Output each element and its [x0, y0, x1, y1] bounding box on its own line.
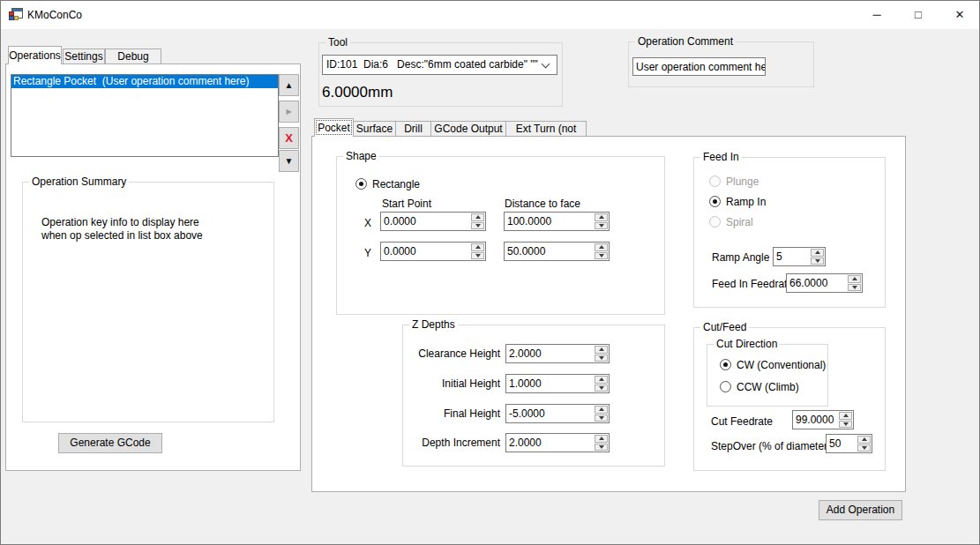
final-height-spinner[interactable] — [505, 404, 610, 423]
spin-down-button[interactable] — [595, 444, 608, 452]
down-arrow-icon — [599, 445, 604, 449]
spin-up-button[interactable] — [595, 243, 608, 251]
spin-down-button[interactable] — [811, 258, 824, 265]
up-arrow-icon — [599, 245, 604, 249]
stepover-input[interactable] — [827, 435, 857, 452]
y-row-label: Y — [364, 247, 371, 259]
rectangle-radio[interactable] — [355, 178, 367, 190]
spin-down-button[interactable] — [839, 421, 852, 429]
feed-in-feedrate-input[interactable] — [787, 274, 847, 292]
spin-up-button[interactable] — [595, 376, 608, 384]
cut-feedrate-spinner[interactable] — [792, 410, 854, 429]
spin-up-button[interactable] — [595, 346, 608, 354]
move-up-button[interactable]: ▲ — [279, 74, 299, 96]
initial-height-input[interactable] — [506, 375, 594, 392]
chevron-down-icon — [542, 60, 550, 69]
app-icon-gold-square — [14, 16, 19, 20]
y-start-input[interactable] — [381, 243, 470, 260]
clearance-height-input[interactable] — [506, 345, 594, 362]
spin-down-button[interactable] — [595, 414, 608, 422]
spin-down-button[interactable] — [857, 444, 871, 452]
spin-up-button[interactable] — [848, 275, 861, 283]
clearance-height-spinner[interactable] — [505, 344, 610, 363]
tab-debug-output[interactable]: Debug output — [105, 49, 161, 64]
final-height-input[interactable] — [506, 405, 594, 422]
tab-operations[interactable]: Operations — [8, 46, 62, 64]
list-item[interactable]: Rectangle Pocket (User operation comment… — [11, 75, 278, 88]
maximize-icon[interactable]: □ — [898, 1, 939, 29]
y-distance-input[interactable] — [505, 243, 594, 260]
x-distance-spinner[interactable] — [504, 212, 610, 231]
ramp-angle-label: Ramp Angle — [712, 251, 769, 264]
x-start-spinner[interactable] — [380, 212, 486, 231]
tab-pocket[interactable]: Pocket — [314, 118, 354, 137]
ramp-in-radio[interactable] — [709, 196, 721, 207]
spin-up-button[interactable] — [595, 406, 608, 414]
depth-increment-input[interactable] — [506, 434, 594, 452]
stepover-spinner[interactable] — [826, 434, 872, 453]
spin-up-button[interactable] — [595, 435, 608, 443]
tool-diameter-label: 6.0000mm — [322, 84, 393, 101]
spinner-buttons — [810, 248, 825, 265]
title-bar: KMoConCo ─ □ ✕ — [1, 1, 979, 29]
initial-height-spinner[interactable] — [505, 374, 610, 393]
spin-up-button[interactable] — [471, 243, 484, 251]
tab-drill[interactable]: Drill — [395, 121, 431, 137]
depth-increment-spinner[interactable] — [505, 433, 610, 452]
y-distance-spinner[interactable] — [504, 242, 610, 261]
x-distance-input[interactable] — [505, 213, 594, 230]
add-operation-button[interactable]: Add Operation — [819, 500, 902, 520]
move-down-button[interactable]: ▼ — [279, 150, 299, 172]
spin-up-button[interactable] — [839, 412, 852, 420]
operation-comment-input[interactable] — [633, 58, 765, 75]
spin-up-button[interactable] — [595, 213, 608, 221]
depth-increment-label: Depth Increment — [407, 437, 500, 449]
tab-gcode-output[interactable]: GCode Output — [430, 121, 506, 137]
feed-in-feedrate-spinner[interactable] — [786, 273, 863, 293]
down-arrow-icon — [862, 446, 867, 450]
spin-down-button[interactable] — [595, 222, 608, 230]
spiral-radio[interactable] — [709, 216, 721, 228]
tab-settings[interactable]: Settings — [63, 49, 105, 64]
ccw-climb-label: CCW (Climb) — [737, 381, 799, 393]
ccw-climb-radio[interactable] — [720, 381, 731, 392]
operations-listbox[interactable]: Rectangle Pocket (User operation comment… — [11, 74, 279, 157]
up-arrow-icon: ▲ — [285, 80, 294, 90]
cut-feedrate-input[interactable] — [793, 411, 838, 429]
spin-down-button[interactable] — [595, 384, 608, 392]
forward-button[interactable]: ▶ — [279, 101, 299, 123]
tool-select-combobox[interactable]: ID:101 Dia:6 Desc:"6mm coated carbide" "… — [322, 55, 557, 75]
spin-down-button[interactable] — [595, 355, 608, 362]
spin-down-button[interactable] — [471, 222, 484, 230]
spin-up-button[interactable] — [471, 213, 484, 221]
generate-gcode-button[interactable]: Generate GCode — [58, 433, 162, 453]
operation-summary-title: Operation Summary — [29, 175, 129, 188]
ramp-angle-spinner[interactable] — [773, 247, 826, 266]
delete-operation-button[interactable]: X — [279, 127, 299, 149]
spin-down-button[interactable] — [848, 284, 861, 292]
minimize-icon[interactable]: ─ — [857, 1, 897, 29]
shape-group-title: Shape — [343, 150, 379, 162]
tab-ext-turn[interactable]: Ext Turn (not used) — [505, 121, 587, 137]
cut-feedrate-label: Cut Feedrate — [711, 415, 773, 428]
summary-info-line1: Operation key info to display here — [41, 216, 199, 228]
spin-down-button[interactable] — [595, 252, 608, 260]
y-start-spinner[interactable] — [380, 242, 486, 261]
close-icon[interactable]: ✕ — [939, 1, 980, 29]
spin-up-button[interactable] — [811, 249, 824, 257]
spin-down-button[interactable] — [471, 252, 484, 260]
tool-selected-text: ID:101 Dia:6 Desc:"6mm coated carbide" "… — [326, 56, 538, 74]
distance-to-face-header: Distance to face — [505, 198, 580, 210]
down-arrow-icon — [599, 224, 604, 228]
operation-comment-field-wrap — [632, 57, 766, 76]
summary-info-line2: when op selected in list box above — [41, 229, 203, 242]
tab-surface[interactable]: Surface — [353, 121, 396, 137]
ramp-angle-input[interactable] — [774, 248, 810, 265]
plunge-radio[interactable] — [709, 175, 721, 187]
cw-conventional-radio[interactable] — [720, 359, 731, 370]
x-row-label: X — [364, 217, 371, 229]
spin-up-button[interactable] — [857, 436, 871, 444]
x-start-input[interactable] — [381, 213, 470, 230]
down-arrow-icon — [815, 259, 820, 263]
cut-feed-group-title: Cut/Feed — [700, 321, 749, 333]
